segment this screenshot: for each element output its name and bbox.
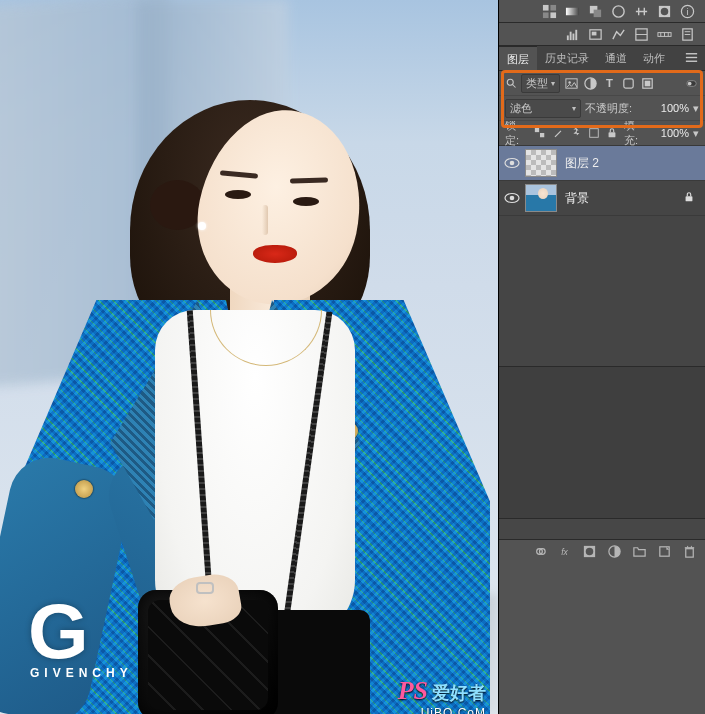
- shape-layer-icon[interactable]: [621, 76, 636, 91]
- info-icon[interactable]: i: [680, 4, 695, 19]
- svg-text:i: i: [686, 7, 688, 17]
- svg-rect-44: [609, 132, 616, 137]
- gradient-icon[interactable]: [565, 4, 580, 19]
- svg-rect-38: [645, 80, 651, 86]
- document-canvas[interactable]: G GIVENCHY PS爱好者 UiBQ.CoM: [0, 0, 499, 714]
- lock-transparency-icon[interactable]: [534, 127, 546, 140]
- lock-fill-row: 锁定: 填充: ▾: [499, 121, 705, 146]
- panel-divider[interactable]: [499, 518, 705, 540]
- navigator-icon[interactable]: [588, 27, 603, 42]
- svg-rect-42: [540, 133, 544, 137]
- lock-pixels-icon[interactable]: [552, 127, 564, 140]
- panel-menu-icon[interactable]: [678, 46, 705, 69]
- layers-list: 图层 2 背景: [499, 146, 705, 367]
- pixel-layer-icon[interactable]: [564, 76, 579, 91]
- svg-rect-17: [592, 31, 597, 35]
- svg-rect-49: [686, 196, 693, 201]
- layer-name[interactable]: 图层 2: [565, 155, 599, 172]
- watermark-url: UiBQ.CoM: [421, 706, 486, 714]
- panel-tab-bar: 图层 历史记录 通道 动作: [499, 46, 705, 71]
- mask-icon[interactable]: [657, 4, 672, 19]
- highlighted-region: 类型 ▾ T 滤色 ▾ 不透明度: ▾: [499, 71, 705, 121]
- figure-nose: [262, 205, 268, 235]
- adjustment-layer-icon[interactable]: [583, 76, 598, 91]
- tab-layers[interactable]: 图层: [499, 46, 537, 70]
- svg-rect-41: [535, 128, 539, 132]
- lock-icon: [683, 191, 695, 205]
- svg-rect-14: [573, 33, 575, 40]
- lock-all-icon[interactable]: [606, 127, 618, 140]
- layer-row[interactable]: 背景: [499, 181, 705, 216]
- layer-thumbnail[interactable]: [525, 184, 557, 212]
- filter-kind-label: 类型: [526, 76, 548, 91]
- figure-button: [75, 480, 93, 498]
- layer-search[interactable]: [505, 77, 517, 89]
- fill-value[interactable]: [653, 126, 691, 140]
- new-layer-icon[interactable]: [657, 544, 672, 559]
- svg-point-7: [613, 5, 624, 16]
- watermark-cn: 爱好者: [432, 683, 486, 703]
- figure-lips: [253, 245, 297, 263]
- right-panel-stack: i 图层 历史记录 通道 动作 类型: [499, 0, 705, 714]
- svg-rect-1: [550, 4, 556, 10]
- layer-filter-row: 类型 ▾ T: [499, 71, 705, 96]
- fill-label: 填充:: [624, 118, 647, 148]
- link-icon[interactable]: [532, 544, 547, 559]
- svg-point-33: [568, 81, 570, 83]
- svg-rect-6: [594, 9, 602, 17]
- watermark-ps: PS: [398, 676, 428, 705]
- svg-rect-43: [590, 129, 599, 138]
- layer-name[interactable]: 背景: [565, 190, 589, 207]
- collapsed-panel-row: i: [499, 0, 705, 23]
- chevron-down-icon: ▾: [551, 79, 555, 88]
- channels-icon[interactable]: [634, 27, 649, 42]
- opacity-input[interactable]: ▾: [653, 101, 699, 115]
- brand-logo-text: GIVENCHY: [30, 666, 133, 680]
- lock-artboard-icon[interactable]: [588, 127, 600, 140]
- color-icon[interactable]: [588, 4, 603, 19]
- svg-rect-0: [543, 4, 549, 10]
- group-icon[interactable]: [632, 544, 647, 559]
- measure-icon[interactable]: [657, 27, 672, 42]
- fill-input[interactable]: ▾: [653, 126, 699, 140]
- tab-channels[interactable]: 通道: [597, 46, 635, 70]
- opacity-value[interactable]: [653, 101, 691, 115]
- chevron-down-icon: ▾: [693, 102, 699, 115]
- svg-rect-4: [566, 7, 579, 15]
- lock-label: 锁定:: [505, 118, 528, 148]
- visibility-toggle[interactable]: [499, 157, 525, 169]
- swatches-icon[interactable]: [542, 4, 557, 19]
- layer-thumbnail[interactable]: [525, 149, 557, 177]
- chevron-down-icon: ▾: [572, 104, 576, 113]
- fx-icon[interactable]: fx: [557, 544, 572, 559]
- smartobject-layer-icon[interactable]: [640, 76, 655, 91]
- tab-history[interactable]: 历史记录: [537, 46, 597, 70]
- levels-icon[interactable]: [611, 27, 626, 42]
- trash-icon[interactable]: [682, 544, 697, 559]
- visibility-toggle[interactable]: [499, 192, 525, 204]
- filter-kind-dropdown[interactable]: 类型 ▾: [521, 74, 560, 93]
- adjust-icon[interactable]: [634, 4, 649, 19]
- chevron-down-icon: ▾: [693, 127, 699, 140]
- collapsed-panel-row: [499, 23, 705, 46]
- svg-text:T: T: [606, 77, 613, 89]
- pattern-icon[interactable]: [611, 4, 626, 19]
- mask-add-icon[interactable]: [582, 544, 597, 559]
- type-layer-icon[interactable]: T: [602, 76, 617, 91]
- svg-line-31: [513, 85, 516, 88]
- svg-rect-13: [570, 31, 572, 39]
- layers-footer-bar: fx: [499, 540, 705, 564]
- layer-row[interactable]: 图层 2: [499, 146, 705, 181]
- lock-position-icon[interactable]: [570, 127, 582, 140]
- blend-mode-value: 滤色: [510, 101, 532, 116]
- notes-icon[interactable]: [680, 27, 695, 42]
- figure-ring: [196, 582, 214, 594]
- adjustment-add-icon[interactable]: [607, 544, 622, 559]
- svg-rect-12: [567, 35, 569, 40]
- filter-toggle-switch[interactable]: [684, 76, 699, 91]
- histogram-icon[interactable]: [565, 27, 580, 42]
- blend-mode-dropdown[interactable]: 滤色 ▾: [505, 99, 581, 118]
- layers-empty-area[interactable]: [499, 367, 705, 517]
- watermark: PS爱好者: [398, 676, 486, 706]
- tab-actions[interactable]: 动作: [635, 46, 673, 70]
